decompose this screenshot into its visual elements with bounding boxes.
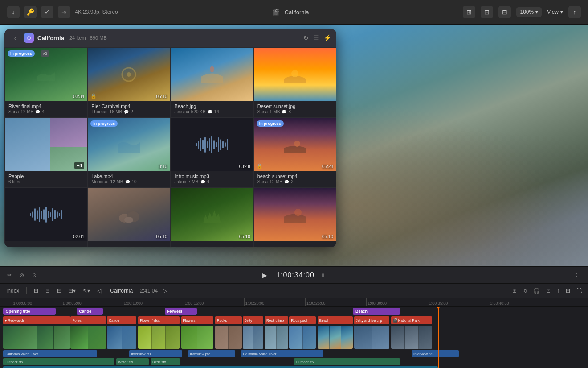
- duration-river: 03:34: [73, 94, 84, 99]
- clip-redwoods[interactable]: ● Redwoods: [3, 316, 71, 324]
- grid-item-intro-music[interactable]: 03:48 Intro music.mp3 Jakub7 MB 💬4: [171, 117, 253, 187]
- pause-button[interactable]: ⏸: [318, 270, 329, 281]
- thumb-beach: [171, 48, 253, 101]
- export-icon[interactable]: ↑: [568, 6, 581, 18]
- item-info-dusk2: [254, 241, 336, 246]
- tl-settings[interactable]: ⊞: [564, 287, 572, 295]
- lightning-icon[interactable]: ⚡: [323, 34, 331, 41]
- clip-interview-pt1[interactable]: Interview pt1: [129, 350, 182, 357]
- clip-outdoor-sfx-1[interactable]: Outdoor sfx: [3, 358, 115, 365]
- chapters-row: Opening title Canoe Flowers Beach: [0, 307, 588, 316]
- item-meta: Sana12 MB 💬2: [257, 179, 332, 184]
- grid-item-beach[interactable]: Beach.jpg Jessica520 KB 💬14: [171, 47, 253, 117]
- tl-expand[interactable]: ⛶: [575, 287, 584, 295]
- tl-audio[interactable]: ♫: [521, 287, 529, 295]
- chapter-canoe: Canoe: [77, 308, 103, 315]
- browser-header: ‹ ⬡ California 24 Item 890 MB ↻ ☰ ⚡: [4, 29, 336, 47]
- grid-item-pier-carnival[interactable]: 🔒 05:10 Pier Carnival.mp4 Thomas16 MB 💬2: [87, 47, 170, 117]
- thumb-carnival: 🔒 05:10: [88, 48, 170, 101]
- fit-icon[interactable]: ⊟: [481, 6, 493, 18]
- library-icon: ⬡: [24, 33, 34, 43]
- clip-flowers[interactable]: Flowers: [181, 316, 214, 324]
- tl-export[interactable]: ↑: [555, 287, 561, 295]
- tl-icon-2[interactable]: ⊟: [44, 287, 52, 295]
- grid-item-lake[interactable]: In progress 3:10 Lake.mp4 Monique12 MB 💬…: [87, 117, 170, 187]
- trim-icon[interactable]: ✂: [4, 270, 14, 280]
- tl-headphones[interactable]: 🎧: [531, 287, 542, 295]
- clip-rock-pool[interactable]: Rock pool: [289, 316, 315, 324]
- item-info-audio2: [5, 241, 87, 247]
- playback-left-controls: ✂ ⊘ ⊙: [4, 270, 39, 280]
- select-tool[interactable]: ↖▾: [81, 287, 92, 295]
- tl-icon-3[interactable]: ⊟: [55, 287, 63, 295]
- browser-meta: 24 Item 890 MB: [69, 35, 107, 41]
- clip-jetty-archive[interactable]: Jetty archive clip: [354, 316, 389, 324]
- clip-birds-sfx[interactable]: Birds sfx: [151, 358, 180, 365]
- clip-water-sfx[interactable]: Water sfx: [116, 358, 149, 365]
- toolbar-right: ⊞ ⊟ ⊟ 100% ▾ View ▾ ↑: [463, 6, 581, 18]
- grid-item-desert-sunset[interactable]: Desert sunset.jpg Sana1 MB 💬8: [253, 47, 336, 117]
- item-name: People: [8, 174, 83, 179]
- tl-snap[interactable]: ⊡: [544, 287, 552, 295]
- tl-link[interactable]: ⊞: [510, 287, 519, 295]
- filmstrip-rock-climb: [265, 326, 288, 349]
- thumb-audio2: 02:01: [5, 188, 87, 241]
- filmstrip-redwoods: [3, 326, 71, 349]
- play-button[interactable]: ▶: [259, 270, 270, 281]
- thumb-desert: [254, 48, 336, 101]
- adjust-icon[interactable]: ⊟: [498, 6, 511, 18]
- thumb-beach-sunset: In progress 🔒 05:28: [254, 118, 336, 171]
- filmstrip-jetty-archive: [354, 326, 389, 349]
- clip-flower-fields[interactable]: Flower fields: [138, 316, 179, 324]
- clip-interview-pt2[interactable]: Interview pt2: [188, 350, 235, 357]
- sfx-track: Outdoor sfx Water sfx Birds sfx Outdoor …: [0, 358, 588, 366]
- index-button[interactable]: Index: [4, 287, 21, 295]
- grid-item-beach-sunset[interactable]: In progress 🔒 05:28 beach sunset.mp4 San…: [253, 117, 336, 187]
- grid-item-river-final[interactable]: In progress v2 03:34 River-final.mp4 San…: [4, 47, 87, 117]
- timeline-area: ✂ ⊘ ⊙ ▶ 1:00:34:00 ⏸ ⛶ Index ⊟ ⊟ ⊟ ⊟▾ ↖▾…: [0, 266, 588, 368]
- clip-outdoor-sfx-2[interactable]: Outdoor sfx: [294, 358, 400, 365]
- fullscreen-icon[interactable]: ⛶: [574, 270, 584, 280]
- clip-ca-vo-1[interactable]: California Voice Over: [3, 350, 97, 357]
- grid-item-people[interactable]: +4 People 6 files: [4, 117, 87, 187]
- next-marker[interactable]: ▷: [161, 287, 169, 295]
- blade-icon[interactable]: ⊘: [17, 270, 27, 280]
- clip-beach-tl[interactable]: Beach: [318, 316, 353, 324]
- grid-item-jungle[interactable]: 05:10: [171, 187, 253, 247]
- item-meta: Monique12 MB 💬10: [91, 179, 166, 184]
- clip-ca-vo-2[interactable]: California Voice Over: [241, 350, 323, 357]
- tl-icon-1[interactable]: ⊟: [32, 287, 40, 295]
- view-button[interactable]: View ▾: [547, 9, 563, 15]
- clip-jetty[interactable]: Jetty: [243, 316, 263, 324]
- tl-icon-4[interactable]: ⊟▾: [67, 287, 78, 295]
- item-meta: Sana1 MB 💬8: [257, 109, 332, 114]
- refresh-icon[interactable]: ↻: [303, 34, 309, 41]
- filmstrip-beach-tl: [318, 326, 353, 349]
- main-video-track: [0, 325, 588, 350]
- import-icon[interactable]: ↓: [7, 6, 20, 18]
- clip-rocks[interactable]: Rocks: [215, 316, 241, 324]
- item-name: River-final.mp4: [8, 103, 83, 109]
- prev-marker[interactable]: ◁: [95, 287, 103, 295]
- grid-item-rocks[interactable]: 05:10: [87, 187, 170, 247]
- clip-national-park[interactable]: 🎬 National Park: [391, 316, 432, 324]
- grid-view-icon[interactable]: ⊞: [463, 6, 475, 18]
- clip-ca-music[interactable]: California music: [3, 366, 438, 368]
- key-icon[interactable]: 🔑: [24, 6, 37, 18]
- filmstrip-canoe: [107, 326, 136, 349]
- share-icon[interactable]: ⇥: [58, 6, 70, 18]
- check-icon[interactable]: ✓: [41, 6, 53, 18]
- back-button[interactable]: ‹: [10, 33, 20, 43]
- grid-item-dusk2[interactable]: 05:10: [253, 187, 336, 247]
- grid-item-audio2[interactable]: 02:01: [4, 187, 87, 247]
- clip-interview-pt3[interactable]: Interview pt3: [412, 350, 459, 357]
- svg-point-2: [291, 70, 298, 77]
- tools-icon[interactable]: ⊙: [29, 270, 39, 280]
- list-icon[interactable]: ☰: [313, 34, 319, 41]
- item-info-rocks: [88, 241, 170, 246]
- clip-forest[interactable]: Forest: [70, 316, 106, 324]
- clip-canoe[interactable]: Canoe: [107, 316, 136, 324]
- zoom-control[interactable]: 100% ▾: [516, 7, 542, 17]
- clip-rock-climb[interactable]: Rock climb: [265, 316, 288, 324]
- duration-rocks: 05:10: [156, 234, 167, 239]
